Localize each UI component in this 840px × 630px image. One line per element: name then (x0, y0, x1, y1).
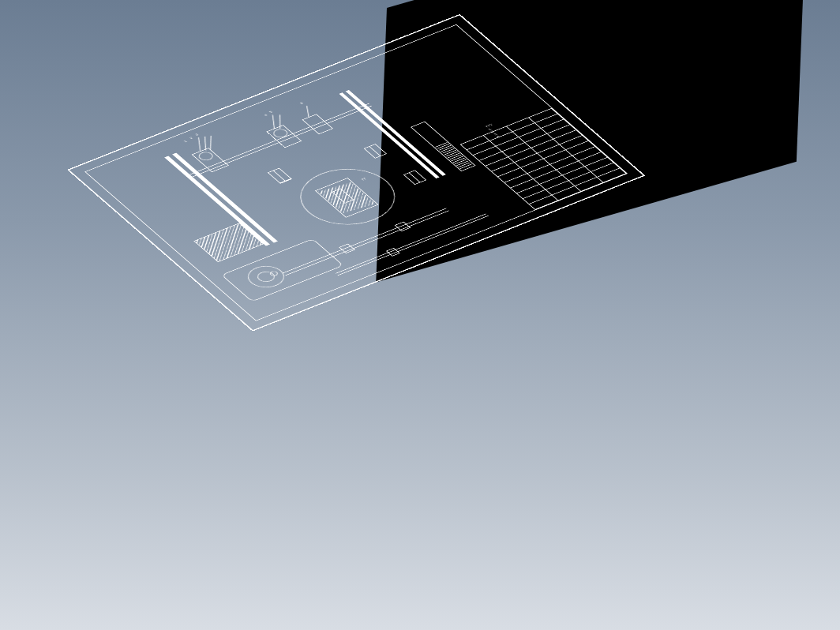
callout-2: 2 (189, 137, 193, 139)
base-hatched-frame (193, 223, 264, 262)
callout-6: 6 (300, 102, 304, 104)
callout-1: 1 (183, 141, 187, 143)
leader-1 (198, 137, 201, 152)
leader-2 (204, 137, 206, 151)
callout-3: 3 (195, 133, 199, 136)
leader-3 (210, 136, 212, 150)
leader-4 (272, 114, 275, 129)
callout-4: 4 (264, 114, 268, 116)
callout-5: 5 (269, 111, 273, 113)
top-assy-1 (192, 148, 229, 172)
leader-5 (279, 114, 280, 129)
leader-6 (306, 106, 309, 118)
